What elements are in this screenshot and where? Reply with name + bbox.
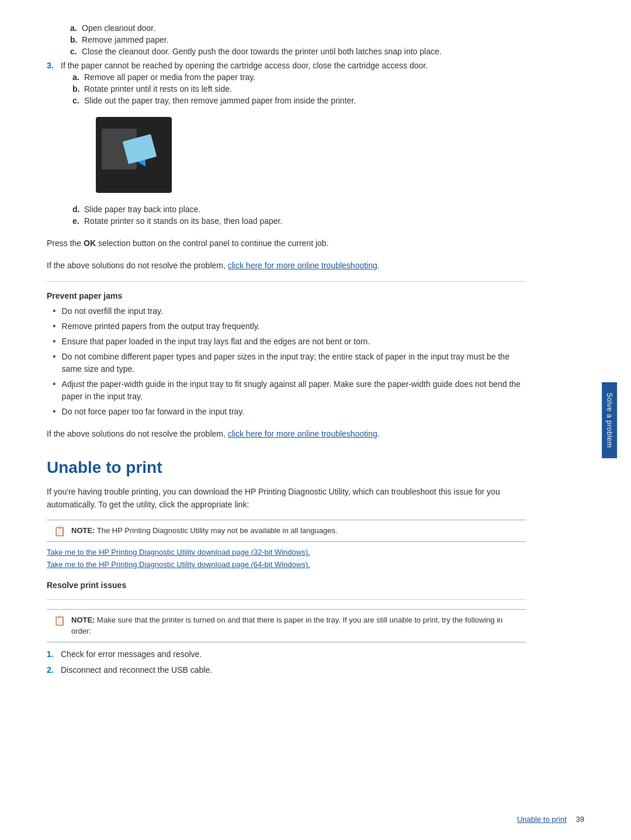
printer-image <box>96 117 172 193</box>
step-c: c. Close the cleanout door. Gently push … <box>70 47 526 56</box>
step3-c: c. Slide out the paper tray, then remove… <box>72 96 428 105</box>
troubleshoot-link-1[interactable]: click here for more online troubleshooti… <box>228 261 377 270</box>
step3-sub-list: a. Remove all paper or media from the pa… <box>72 72 428 105</box>
note-icon-2: 📋 <box>54 615 65 626</box>
note-box-1: 📋 NOTE: The HP Printing Diagnostic Utili… <box>47 520 526 542</box>
step3-a: a. Remove all paper or media from the pa… <box>72 72 428 82</box>
prevent-jams-header: Prevent paper jams <box>47 291 526 300</box>
sidebar-tab: Solve a problem <box>602 382 617 458</box>
note-box-2: 📋 NOTE: Make sure that the printer is tu… <box>47 609 526 642</box>
step3-e: e. Rotate printer so it stands on its ba… <box>72 216 428 226</box>
step-b: b. Remove jammed paper. <box>70 35 526 44</box>
step3-b: b. Rotate printer until it rests on its … <box>72 84 428 94</box>
footer-link[interactable]: Unable to print <box>517 815 567 824</box>
section-divider-1 <box>47 281 526 282</box>
initial-steps-list: a. Open cleanout door. b. Remove jammed … <box>70 23 526 56</box>
step-a: a. Open cleanout door. <box>70 23 526 33</box>
step-3: 3. If the paper cannot be reached by ope… <box>47 61 526 228</box>
above-solutions-2: If the above solutions do not resolve th… <box>47 427 526 440</box>
numbered-list: 3. If the paper cannot be reached by ope… <box>47 61 526 228</box>
press-ok-text: Press the OK selection button on the con… <box>47 237 526 250</box>
note-icon-1: 📋 <box>54 526 65 537</box>
bullet-item-2: • Remove printed papers from the output … <box>53 320 526 333</box>
page-container: a. Open cleanout door. b. Remove jammed … <box>0 0 573 727</box>
footer: Unable to print 39 <box>517 815 584 824</box>
bullet-item-6: • Do not force paper too far forward in … <box>53 406 526 418</box>
bullet-item-5: • Adjust the paper-width guide in the in… <box>53 378 526 403</box>
bullet-item-3: • Ensure that paper loaded in the input … <box>53 336 526 348</box>
resolve-step-1: 1. Check for error messages and resolve. <box>47 648 526 661</box>
step3-sub-list-de: d. Slide paper tray back into place. e. … <box>72 205 428 226</box>
footer-page-number: 39 <box>576 815 584 824</box>
above-solutions-1: If the above solutions do not resolve th… <box>47 259 526 272</box>
download-link-32bit[interactable]: Take me to the HP Printing Diagnostic Ut… <box>47 548 526 556</box>
unable-to-print-heading: Unable to print <box>47 458 526 477</box>
bullet-item-4: • Do not combine different paper types a… <box>53 351 526 375</box>
step3-d: d. Slide paper tray back into place. <box>72 205 428 214</box>
download-link-64bit[interactable]: Take me to the HP Printing Diagnostic Ut… <box>47 560 526 569</box>
resolve-step-2: 2. Disconnect and reconnect the USB cabl… <box>47 664 526 676</box>
resolve-print-issues-header: Resolve print issues <box>47 580 526 590</box>
bullet-item-1: • Do not overfill the input tray. <box>53 305 526 317</box>
prevent-jams-list: • Do not overfill the input tray. • Remo… <box>53 305 526 418</box>
section-divider-2 <box>47 599 526 600</box>
troubleshoot-link-2[interactable]: click here for more online troubleshooti… <box>228 429 377 438</box>
paper-arrow-icon <box>131 149 145 167</box>
intro-text: If you're having trouble printing, you c… <box>47 485 526 511</box>
resolve-steps-list: 1. Check for error messages and resolve.… <box>47 648 526 676</box>
